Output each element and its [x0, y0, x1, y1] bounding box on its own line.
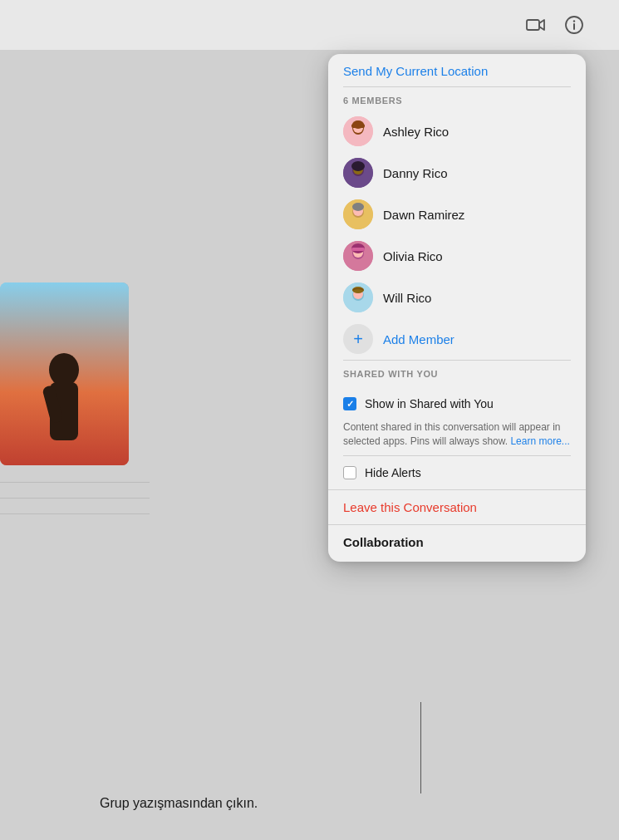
add-member-item[interactable]: + Add Member	[328, 318, 586, 360]
shared-with-you-section: ✓ Show in Shared with You Content shared…	[328, 384, 586, 455]
member-name-dawn: Dawn Ramirez	[383, 208, 464, 222]
learn-more-link[interactable]: Learn more...	[510, 435, 569, 447]
member-name-ashley: Ashley Rico	[383, 125, 449, 139]
svg-rect-0	[527, 20, 539, 30]
details-popup: Send My Current Location 6 MEMBERS Ashle…	[328, 54, 586, 562]
add-member-label: Add Member	[383, 332, 454, 346]
add-member-circle: +	[343, 324, 373, 354]
members-header: 6 MEMBERS	[328, 87, 586, 111]
member-dawn[interactable]: Dawn Ramirez	[328, 194, 586, 235]
svg-point-3	[573, 20, 575, 22]
member-danny[interactable]: Danny Rico	[328, 152, 586, 194]
avatar-will	[343, 282, 373, 312]
shared-with-you-header: SHARED WITH YOU	[328, 361, 586, 384]
show-shared-checkbox[interactable]: ✓	[343, 397, 356, 410]
member-will[interactable]: Will Rico	[328, 277, 586, 318]
member-name-danny: Danny Rico	[383, 166, 448, 180]
member-ashley[interactable]: Ashley Rico	[328, 111, 586, 152]
avatar-ashley	[343, 116, 373, 146]
avatar-dawn	[343, 199, 373, 229]
collaboration-section: Collaboration	[328, 524, 586, 562]
annotation-line	[420, 702, 421, 793]
avatar-danny	[343, 158, 373, 188]
hide-alerts-checkbox[interactable]	[343, 466, 356, 479]
shared-description: Content shared in this conversation will…	[343, 420, 571, 449]
svg-point-5	[49, 353, 79, 386]
video-call-icon[interactable]	[524, 13, 548, 37]
top-bar	[0, 0, 619, 50]
member-name-will: Will Rico	[383, 291, 431, 305]
avatar-olivia	[343, 241, 373, 271]
hide-alerts-row[interactable]: Hide Alerts	[328, 456, 586, 489]
member-name-olivia: Olivia Rico	[383, 249, 443, 263]
checkbox-checkmark: ✓	[346, 399, 354, 410]
svg-rect-24	[351, 248, 365, 251]
hide-alerts-label: Hide Alerts	[365, 466, 421, 479]
collaboration-label: Collaboration	[343, 535, 424, 549]
photo-thumbnail	[0, 282, 129, 465]
info-icon[interactable]	[563, 13, 586, 37]
annotation-text: Grup yazışmasından çıkın.	[100, 796, 258, 811]
member-olivia[interactable]: Olivia Rico	[328, 235, 586, 277]
show-shared-row[interactable]: ✓ Show in Shared with You	[343, 392, 571, 415]
horizontal-lines	[0, 482, 166, 529]
svg-point-28	[352, 287, 364, 293]
leave-conversation-button[interactable]: Leave this Conversation	[328, 489, 586, 524]
show-shared-label: Show in Shared with You	[365, 397, 494, 410]
send-location-button[interactable]: Send My Current Location	[328, 54, 586, 86]
svg-point-15	[351, 161, 365, 171]
